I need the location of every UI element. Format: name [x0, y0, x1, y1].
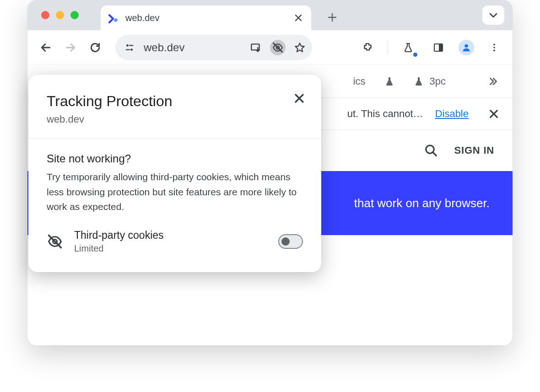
- popover-description: Try temporarily allowing third-party coo…: [47, 170, 303, 215]
- toggle-knob-icon: [281, 237, 290, 246]
- cookie-status: Limited: [74, 243, 267, 254]
- popover-site: web.dev: [47, 113, 303, 125]
- cookie-label: Third-party cookies: [74, 229, 267, 242]
- maximize-window-button[interactable]: [70, 11, 79, 19]
- svg-point-2: [126, 44, 129, 47]
- svg-rect-7: [439, 44, 443, 51]
- tab-strip: web.dev: [27, 0, 513, 30]
- popover-header: Tracking Protection web.dev: [28, 75, 321, 139]
- eye-off-icon: [47, 233, 63, 250]
- svg-point-9: [493, 43, 495, 45]
- badge-dot-icon: [413, 53, 417, 57]
- ext-item-flask-1[interactable]: [384, 76, 395, 87]
- forward-button[interactable]: [60, 38, 81, 58]
- toolbar-actions: [357, 38, 504, 58]
- close-window-button[interactable]: [41, 11, 49, 19]
- info-text: ut. This cannot…: [347, 108, 423, 120]
- omnibox[interactable]: web.dev: [115, 35, 312, 60]
- bookmark-star-icon[interactable]: [292, 40, 308, 55]
- labs-button[interactable]: [398, 38, 418, 58]
- svg-point-3: [130, 48, 133, 51]
- third-party-cookies-toggle[interactable]: [278, 234, 303, 249]
- third-party-cookies-row: Third-party cookies Limited: [47, 229, 303, 254]
- divider: [388, 41, 388, 54]
- install-app-icon[interactable]: [248, 40, 264, 55]
- toolbar: web.dev: [27, 30, 513, 65]
- popover-title: Tracking Protection: [47, 93, 303, 110]
- window-controls: [41, 11, 79, 19]
- svg-point-10: [493, 47, 495, 48]
- sign-in-button[interactable]: SIGN IN: [454, 145, 495, 156]
- tab-title: web.dev: [125, 13, 287, 23]
- svg-point-1: [114, 19, 118, 22]
- reload-button[interactable]: [85, 38, 105, 58]
- ext-overflow-button[interactable]: [487, 75, 499, 87]
- site-settings-icon[interactable]: [122, 40, 137, 55]
- ext-item-3pc[interactable]: 3pc: [413, 75, 446, 87]
- ext-label: ics: [353, 75, 366, 87]
- hero-text: that work on any browser.: [354, 196, 490, 210]
- search-button[interactable]: [424, 144, 438, 157]
- tab-favicon-icon: [107, 12, 119, 24]
- svg-point-8: [464, 44, 468, 47]
- omnibox-url: web.dev: [144, 41, 184, 54]
- new-tab-button[interactable]: [323, 8, 341, 27]
- browser-tab[interactable]: web.dev: [101, 5, 311, 30]
- popover-question: Site not working?: [47, 152, 303, 165]
- svg-point-11: [493, 49, 495, 51]
- tabs-dropdown-button[interactable]: [482, 5, 504, 25]
- tab-close-button[interactable]: [294, 13, 303, 22]
- profile-avatar-button[interactable]: [459, 40, 474, 55]
- tracking-protection-popover: Tracking Protection web.dev Site not wor…: [28, 75, 321, 272]
- ext-label: 3pc: [430, 75, 446, 87]
- extensions-button[interactable]: [357, 38, 378, 58]
- overflow-menu-button[interactable]: [484, 38, 504, 58]
- info-close-button[interactable]: [489, 109, 499, 119]
- popover-body: Site not working? Try temporarily allowi…: [28, 139, 321, 272]
- minimize-window-button[interactable]: [56, 11, 64, 19]
- popover-close-button[interactable]: [292, 91, 307, 106]
- ext-item-topics[interactable]: ics: [353, 75, 366, 87]
- info-disable-link[interactable]: Disable: [435, 108, 469, 120]
- side-panel-button[interactable]: [428, 38, 448, 58]
- back-button[interactable]: [36, 38, 56, 58]
- tracking-protection-icon[interactable]: [270, 40, 286, 55]
